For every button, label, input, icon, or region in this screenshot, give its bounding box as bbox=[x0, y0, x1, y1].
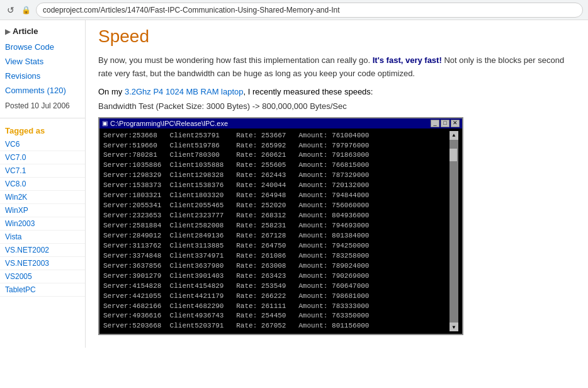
sidebar-tag-vs.net2002[interactable]: VS.NET2002 bbox=[0, 244, 85, 257]
cmd-close-button[interactable]: ✕ bbox=[451, 120, 460, 127]
sidebar-comments[interactable]: Comments (120) bbox=[0, 83, 85, 98]
page-title: Speed bbox=[98, 26, 575, 47]
cmd-titlebar-buttons: _ □ ✕ bbox=[431, 120, 460, 127]
cmd-icon: ▣ bbox=[102, 120, 108, 127]
scrollbar-up-arrow[interactable]: ▲ bbox=[449, 131, 458, 140]
sidebar-tag-tabletpc[interactable]: TabletPC bbox=[0, 283, 85, 297]
sidebar-tag-vista[interactable]: Vista bbox=[0, 231, 85, 244]
sidebar-revisions[interactable]: Revisions bbox=[0, 69, 85, 83]
reload-icon: ↺ bbox=[7, 5, 14, 15]
scrollbar-thumb[interactable] bbox=[449, 149, 457, 161]
article-label: ▶Article bbox=[0, 20, 85, 40]
cmd-body: Server:253668 Client253791 Rate: 253667 … bbox=[99, 128, 462, 334]
lock-icon: 🔒 bbox=[21, 6, 31, 14]
sidebar-tag-vs2005[interactable]: VS2005 bbox=[0, 270, 85, 283]
cmd-titlebar-left: ▣ C:\Programming\IPC\Release\IPC.exe bbox=[102, 120, 228, 127]
highlight-text: It's fast, very fast! bbox=[373, 55, 442, 65]
sidebar-tagged-label: Tagged as bbox=[0, 122, 85, 138]
sidebar-tag-win2003[interactable]: Win2003 bbox=[0, 217, 85, 231]
cmd-output: Server:253668 Client253791 Rate: 253667 … bbox=[103, 131, 449, 332]
bandwidth-text: Bandwidth Test (Packet Size: 3000 Bytes)… bbox=[98, 101, 575, 111]
sidebar: ▶Article Browse Code View Stats Revision… bbox=[0, 20, 86, 348]
browser-bar: ↺ 🔒 bbox=[0, 0, 588, 20]
measured-paragraph: On my 3.2Ghz P4 1024 MB RAM laptop, I re… bbox=[98, 87, 575, 96]
cmd-scrollbar[interactable]: ▲ ▼ bbox=[449, 131, 458, 332]
sidebar-divider bbox=[0, 118, 85, 118]
cmd-titlebar: ▣ C:\Programming\IPC\Release\IPC.exe _ □… bbox=[99, 118, 462, 128]
sidebar-tag-vc8.0[interactable]: VC8.0 bbox=[0, 178, 85, 191]
arrow-icon: ▶ bbox=[5, 28, 10, 36]
cmd-window: ▣ C:\Programming\IPC\Release\IPC.exe _ □… bbox=[98, 117, 463, 336]
page-wrapper: ▶Article Browse Code View Stats Revision… bbox=[0, 20, 588, 348]
cmd-title: C:\Programming\IPC\Release\IPC.exe bbox=[110, 120, 228, 127]
url-bar[interactable] bbox=[36, 3, 583, 18]
sidebar-tag-vs.net2003[interactable]: VS.NET2003 bbox=[0, 257, 85, 270]
laptop-link[interactable]: 3.2Ghz P4 1024 MB RAM laptop bbox=[125, 87, 244, 96]
scrollbar-track[interactable] bbox=[449, 140, 458, 323]
sidebar-browse-code[interactable]: Browse Code bbox=[0, 40, 85, 54]
reload-button[interactable]: ↺ bbox=[5, 4, 16, 16]
sidebar-tag-vc7.0[interactable]: VC7.0 bbox=[0, 151, 85, 164]
sidebar-tag-vc7.1[interactable]: VC7.1 bbox=[0, 164, 85, 178]
sidebar-tag-win2k[interactable]: Win2K bbox=[0, 191, 85, 204]
intro-paragraph: By now, you must be wondering how fast t… bbox=[98, 54, 575, 81]
tags-list: VC6VC7.0VC7.1VC8.0Win2KWinXPWin2003Vista… bbox=[0, 138, 85, 297]
cmd-maximize-button[interactable]: □ bbox=[441, 120, 449, 127]
sidebar-posted: Posted 10 Jul 2006 bbox=[0, 98, 85, 114]
sidebar-tag-vc6[interactable]: VC6 bbox=[0, 138, 85, 151]
sidebar-tag-winxp[interactable]: WinXP bbox=[0, 204, 85, 217]
main-content: Speed By now, you must be wondering how … bbox=[86, 20, 588, 348]
scrollbar-down-arrow[interactable]: ▼ bbox=[449, 322, 458, 331]
sidebar-view-stats[interactable]: View Stats bbox=[0, 54, 85, 69]
cmd-minimize-button[interactable]: _ bbox=[431, 120, 439, 127]
